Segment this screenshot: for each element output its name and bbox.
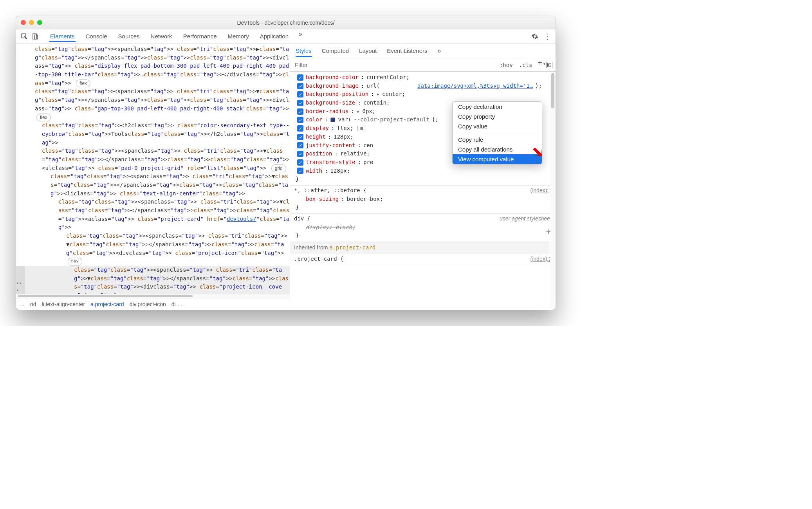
menu-separator: [453, 133, 542, 133]
inspect-icon[interactable]: [21, 33, 28, 40]
css-property[interactable]: width: 128px;: [294, 167, 552, 175]
menu-copy-value[interactable]: Copy value: [453, 121, 542, 131]
inherited-from-bar: Inherited from a.project-card: [290, 242, 556, 254]
styles-tabs: Styles Computed Layout Event Listeners »: [290, 43, 556, 58]
tree-line[interactable]: class="tag"class="tag">><spanclass="tag"…: [18, 87, 290, 121]
breadcrumb-item[interactable]: di …: [171, 301, 183, 307]
devtools-window: DevTools - developer.chrome.com/docs/ El…: [16, 16, 556, 310]
tab-styles[interactable]: Styles: [296, 44, 312, 57]
tab-console[interactable]: Console: [85, 31, 108, 42]
checkbox-icon[interactable]: [297, 100, 303, 106]
tab-computed[interactable]: Computed: [322, 47, 349, 54]
tree-line[interactable]: class="tag"class="tag">><spanclass="tag"…: [18, 147, 290, 172]
menu-copy-property[interactable]: Copy property: [453, 112, 542, 121]
breadcrumb-item[interactable]: …: [19, 301, 25, 307]
window-title: DevTools - developer.chrome.com/docs/: [16, 20, 556, 26]
tree-line[interactable]: class="tag"class="tag">><spanclass="tag"…: [18, 172, 290, 198]
css-property[interactable]: display: block;: [294, 223, 552, 232]
menu-copy-rule[interactable]: Copy rule: [453, 135, 542, 144]
checkbox-icon[interactable]: [297, 108, 303, 115]
separator: [42, 32, 42, 41]
tab-network[interactable]: Network: [150, 31, 173, 42]
checkbox-icon[interactable]: [297, 125, 303, 132]
filter-bar: :hov .cls +▾: [290, 58, 556, 72]
close-window-button[interactable]: [21, 20, 26, 25]
row-actions-icon[interactable]: •••: [16, 266, 25, 294]
elements-panel: class="tag"class="tag">><spanclass="tag"…: [16, 43, 290, 310]
breadcrumb-item[interactable]: li.text-align-center: [42, 301, 85, 307]
v-scrollbar[interactable]: [550, 72, 556, 310]
checkbox-icon[interactable]: [297, 168, 303, 174]
css-property[interactable]: box-sizing: border-box;: [294, 195, 552, 204]
hov-toggle[interactable]: :hov: [496, 62, 516, 68]
checkbox-icon[interactable]: [297, 83, 303, 89]
tab-event-listeners[interactable]: Event Listeners: [387, 47, 427, 54]
checkbox-icon[interactable]: [297, 74, 303, 81]
styles-tabs-overflow[interactable]: »: [438, 47, 441, 54]
cls-toggle[interactable]: .cls: [516, 62, 536, 68]
breadcrumb-item[interactable]: a.project-card: [90, 301, 124, 307]
css-property[interactable]: background-position: ▸ center;: [294, 90, 552, 99]
panel-tabs: Elements Console Sources Network Perform…: [49, 31, 302, 42]
dom-tree[interactable]: class="tag"class="tag">><spanclass="tag"…: [16, 43, 290, 294]
tree-line[interactable]: •••class="tag"class="tag">><spanclass="t…: [18, 266, 290, 294]
css-rule-block[interactable]: *, ::after, ::before {(index):1box-sizin…: [290, 186, 556, 214]
filter-input[interactable]: [293, 61, 496, 69]
flex-badge-icon[interactable]: [357, 126, 365, 131]
maximize-window-button[interactable]: [37, 20, 42, 25]
breadcrumb[interactable]: …ridli.text-align-centera.project-carddi…: [16, 298, 290, 310]
color-swatch-icon[interactable]: [330, 117, 335, 122]
tab-performance[interactable]: Performance: [182, 31, 218, 42]
tree-line[interactable]: class="tag"class="tag">><h2class="tag">>…: [18, 121, 290, 147]
main-toolbar: Elements Console Sources Network Perform…: [16, 29, 556, 43]
toggle-sidebar-icon[interactable]: [546, 62, 552, 68]
kebab-icon[interactable]: ⋮: [544, 33, 551, 40]
titlebar: DevTools - developer.chrome.com/docs/: [16, 16, 556, 29]
tab-layout[interactable]: Layout: [359, 47, 377, 54]
checkbox-icon[interactable]: [297, 134, 303, 140]
checkbox-icon[interactable]: [297, 159, 303, 166]
tab-application[interactable]: Application: [259, 31, 289, 42]
gear-icon[interactable]: [531, 33, 538, 40]
traffic-lights: [21, 20, 42, 25]
tab-sources[interactable]: Sources: [117, 31, 141, 42]
add-declaration-plus-icon[interactable]: +: [546, 227, 551, 237]
checkbox-icon[interactable]: [297, 151, 303, 157]
checkbox-icon[interactable]: [297, 142, 303, 148]
breadcrumb-item[interactable]: div.project-icon: [130, 301, 166, 307]
tabs-overflow[interactable]: »: [299, 31, 302, 42]
tree-line[interactable]: class="tag"class="tag">><spanclass="tag"…: [18, 45, 290, 87]
minimize-window-button[interactable]: [29, 20, 34, 25]
new-rule-button[interactable]: +▾: [535, 58, 545, 67]
breadcrumb-item[interactable]: rid: [30, 301, 36, 307]
tab-memory[interactable]: Memory: [227, 31, 250, 42]
styles-panel: Styles Computed Layout Event Listeners »…: [290, 43, 556, 310]
css-property[interactable]: background-image: url(data:image/svg+xml…: [294, 82, 552, 90]
tree-line[interactable]: class="tag"class="tag">><spanclass="tag"…: [18, 232, 290, 266]
tab-elements[interactable]: Elements: [49, 31, 76, 42]
menu-copy-declaration[interactable]: Copy declaration: [453, 102, 542, 112]
device-toggle-icon[interactable]: [32, 33, 39, 40]
css-rule-block[interactable]: div {user agent stylesheetdisplay: block…: [290, 214, 556, 242]
h-scrollbar[interactable]: [16, 294, 290, 298]
checkbox-icon[interactable]: [297, 91, 303, 97]
css-property[interactable]: background-color: currentColor;: [294, 73, 552, 82]
tree-line[interactable]: class="tag"class="tag">><spanclass="tag"…: [18, 198, 290, 232]
checkbox-icon[interactable]: [297, 117, 303, 123]
